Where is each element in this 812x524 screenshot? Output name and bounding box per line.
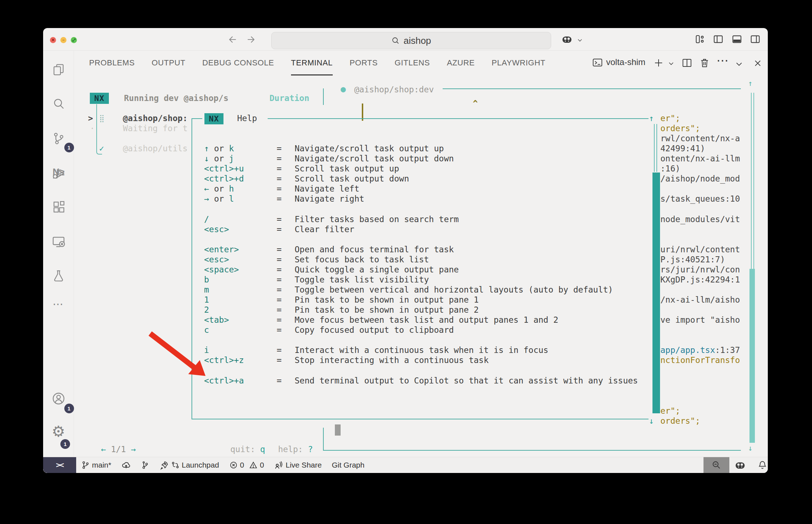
live-share-icon [274,460,283,470]
copilot-menu-button[interactable] [562,35,572,44]
git-commits-icon [141,461,149,469]
drag-grip-icon[interactable]: ⣿ [99,113,105,124]
copilot-status-button[interactable] [735,457,746,473]
branch-name: main* [92,461,111,469]
command-center-search[interactable]: aishop [271,32,551,49]
tab-gitlens[interactable]: GITLENS [395,50,430,75]
forward-arrow-button[interactable] [246,35,257,45]
terminal-profile-dropdown[interactable] [667,60,675,68]
page-right-arrow[interactable]: → [131,445,136,454]
split-terminal-button[interactable] [682,58,692,68]
help-row: <esc>=Clear filter [204,224,354,235]
toggle-primary-sidebar-button[interactable] [713,34,724,44]
tab-terminal[interactable]: TERMINAL [291,50,333,75]
help-row: i=Interact with a continuous task when i… [204,345,548,355]
kill-terminal-button[interactable] [699,58,710,68]
tab-ports[interactable]: PORTS [350,50,378,75]
right-scrollbar-thumb[interactable] [749,269,755,443]
close-panel-button[interactable] [753,58,763,68]
extensions-icon [52,200,65,213]
tab-output[interactable]: OUTPUT [152,50,185,75]
scroll-up-icon[interactable]: ↑ [748,78,753,89]
task-sub-bullet: · [90,123,95,134]
task-pagination[interactable]: ← 1/1 → [101,444,136,455]
pane-border-segment [323,88,324,105]
toggle-secondary-sidebar-button[interactable] [750,34,761,44]
page-left-arrow[interactable]: ← [101,445,106,454]
accounts-button[interactable]: 1 [51,391,66,406]
sidebar-item-search[interactable] [52,97,65,110]
customize-layout-button[interactable] [695,34,706,44]
hide-panel-chevron-button[interactable] [735,60,743,68]
help-row: <ctrl>+z=Stop interacting with a continu… [204,355,489,366]
help-row: /=Filter tasks based on search term [204,214,459,225]
git-branch-icon [81,461,90,469]
search-icon [52,97,65,110]
sidebar-item-source-control[interactable]: 1 [52,132,65,145]
notifications-bell-button[interactable] [757,457,767,473]
remote-indicator[interactable]: >< [43,457,76,473]
branch-status-item[interactable]: main* [81,461,111,469]
output-line: s/task_queues:10 [660,194,740,204]
scroll-down-icon[interactable]: ↓ [748,443,753,454]
new-terminal-button[interactable] [653,58,664,68]
vscode-window: ✕ – ⤢ aishop [43,28,768,473]
minimize-window-button[interactable]: – [60,37,66,43]
chevron-down-icon [576,37,583,44]
sidebar-item-extensions[interactable] [52,200,65,213]
tab-problems[interactable]: PROBLEMS [89,50,135,75]
git-compare-icon [171,461,180,469]
terminal-instance-name[interactable]: volta-shim [606,57,645,67]
help-row: m=Toggle between vertical and horizontal… [204,285,613,295]
sidebar-item-nx-console[interactable]: N≥ [52,167,64,178]
zoom-status-button[interactable] [703,457,729,473]
terminal-icon [592,58,603,68]
activity-more-button[interactable]: ⋯ [53,298,64,310]
arrow-left-icon [227,35,237,45]
copilot-chevron-button[interactable] [576,37,583,44]
help-row: <enter>=Open and focus terminal for task [204,244,454,255]
git-graph-item[interactable]: Git Graph [332,461,364,469]
output-line: rs/juri/nrwl/con [660,265,740,275]
sidebar-item-explorer[interactable] [52,63,65,76]
launchpad-item[interactable]: Launchpad [160,460,219,470]
task-row-shop[interactable]: @aishop/shop: [123,113,188,124]
activity-bar: 1 N≥ ⋯ 1 ⚙ 1 [43,50,74,457]
toggle-panel-button[interactable] [732,34,742,44]
sidebar-item-testing[interactable] [52,269,65,282]
explorer-icon [52,63,65,76]
close-window-button[interactable]: ✕ [50,37,56,43]
chevron-down-icon [735,60,743,68]
block-cursor [335,424,341,436]
help-row: → or l=Navigate right [204,194,364,204]
settings-gear-button[interactable]: ⚙ [52,424,65,439]
output-line: app/app.tsx:1:37 [660,345,740,355]
sidebar-right-icon [750,34,761,44]
split-panel-icon [682,58,692,68]
help-box-bottom-border [192,419,649,419]
sidebar-item-remote-explorer[interactable] [52,235,65,248]
arrow-right-icon [246,35,257,45]
sync-changes-item[interactable] [121,460,131,470]
titlebar: ✕ – ⤢ aishop [43,28,768,51]
duration-column-label: Duration [269,93,309,104]
tab-azure[interactable]: AZURE [447,50,475,75]
problems-status-item[interactable]: 0 0 [229,461,264,469]
task-row-utils[interactable]: @aishop/utils [123,143,188,154]
terminal-more-actions-button[interactable]: ⋯ [716,53,729,68]
tab-debug-console[interactable]: DEBUG CONSOLE [202,50,274,75]
testing-beaker-icon [52,269,65,282]
live-share-item[interactable]: Live Share [274,460,322,470]
live-share-label: Live Share [286,461,322,469]
zoom-window-button[interactable]: ⤢ [71,37,77,43]
help-box-top-stub [192,118,202,119]
back-arrow-button[interactable] [227,35,237,45]
pane-border-segment [323,428,324,450]
copilot-icon [562,35,572,44]
pipeline-status-item[interactable] [141,461,149,469]
remote-explorer-icon [52,235,65,248]
output-scrollbar-thumb[interactable] [652,173,660,413]
tab-playwright[interactable]: PLAYWRIGHT [492,50,545,75]
help-row: 1=Pin task to be shown in output pane 1 [204,295,479,305]
panel-header: PROBLEMSOUTPUTDEBUG CONSOLETERMINALPORTS… [74,50,768,75]
